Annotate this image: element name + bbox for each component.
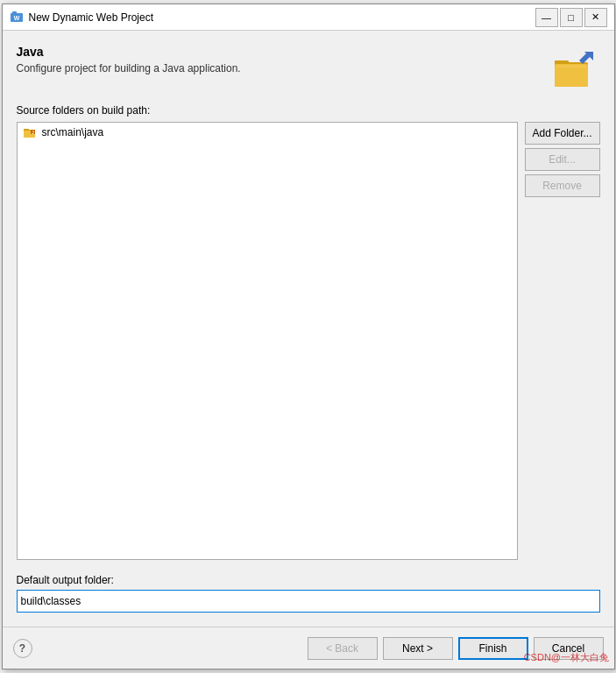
source-list[interactable]: J src\main\java	[17, 122, 518, 560]
minimize-button[interactable]: —	[535, 8, 558, 27]
footer: ? < Back Next > Finish Cancel	[3, 627, 614, 669]
next-button[interactable]: Next >	[383, 637, 453, 660]
watermark: CSDN@一林大白兔	[524, 651, 609, 664]
window-title: New Dynamic Web Project	[29, 11, 535, 24]
source-folder-icon: J	[23, 125, 37, 139]
maximize-button[interactable]: □	[560, 8, 583, 27]
main-panel: J src\main\java Add Folder... Edit... Re…	[17, 122, 600, 560]
window-icon: W	[10, 11, 24, 25]
page-title: Java	[17, 45, 551, 59]
close-button[interactable]: ✕	[584, 8, 607, 27]
output-folder-input[interactable]	[17, 590, 600, 613]
source-folders-label: Source folders on build path:	[17, 104, 600, 117]
add-folder-button[interactable]: Add Folder...	[525, 122, 600, 145]
help-button[interactable]: ?	[13, 639, 32, 658]
finish-button[interactable]: Finish	[458, 637, 528, 660]
main-window: W New Dynamic Web Project — □ ✕ Java Con…	[2, 4, 615, 669]
header-section: Java Configure project for building a Ja…	[17, 45, 600, 94]
output-section: Default output folder:	[17, 574, 600, 613]
svg-text:W: W	[13, 15, 19, 21]
dialog-content: Java Configure project for building a Ja…	[3, 31, 614, 627]
window-controls: — □ ✕	[535, 8, 607, 27]
page-subtitle: Configure project for building a Java ap…	[17, 62, 551, 74]
remove-button[interactable]: Remove	[525, 174, 600, 197]
source-folder-path: src\main\java	[42, 126, 104, 138]
svg-marker-6	[579, 52, 593, 64]
java-icon	[551, 45, 600, 94]
header-text: Java Configure project for building a Ja…	[17, 45, 551, 74]
edit-button[interactable]: Edit...	[525, 148, 600, 171]
title-bar: W New Dynamic Web Project — □ ✕	[3, 4, 614, 31]
svg-rect-1	[12, 11, 17, 14]
side-buttons: Add Folder... Edit... Remove	[525, 122, 600, 560]
svg-rect-7	[556, 66, 586, 67]
back-button[interactable]: < Back	[308, 637, 378, 660]
output-label: Default output folder:	[17, 574, 600, 586]
list-item[interactable]: J src\main\java	[18, 123, 517, 142]
